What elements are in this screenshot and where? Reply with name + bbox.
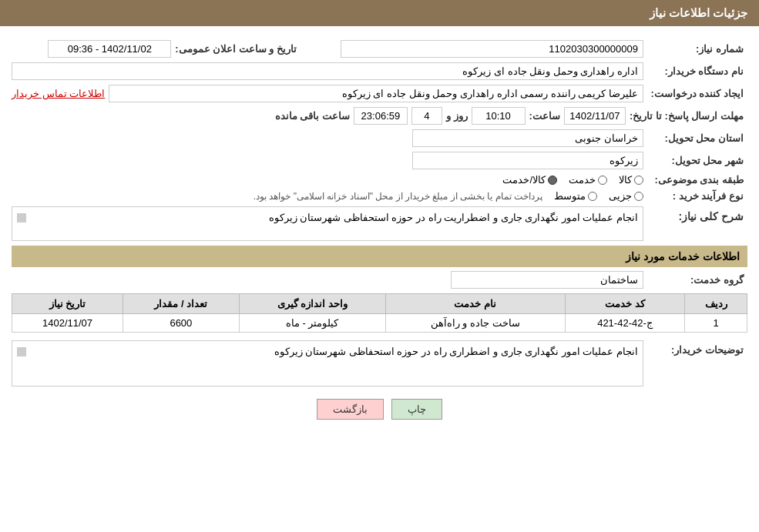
services-title-text: اطلاعات خدمات مورد نیاز xyxy=(626,250,740,263)
resize-handle-notes[interactable] xyxy=(17,347,26,356)
province-value: خراسان جنوبی xyxy=(412,129,643,147)
purchase-type-motavaset[interactable]: متوسط xyxy=(554,190,597,202)
row-group: گروه خدمت: ساختمان xyxy=(12,271,747,289)
purchase-label-jozi: جزیی xyxy=(609,190,632,202)
col-service-name: نام خدمت xyxy=(385,294,565,314)
col-unit: واحد اندازه گیری xyxy=(239,294,385,314)
requester-label: ایجاد کننده درخواست: xyxy=(647,88,747,99)
category-label-kala: کالا xyxy=(619,174,632,186)
cell-service-code: ج-42-42-421 xyxy=(565,314,685,333)
remaining-time: 23:06:59 xyxy=(354,107,408,125)
contact-link[interactable]: اطلاعات تماس خریدار xyxy=(12,88,105,99)
cell-service-name: ساخت جاده و راه‌آهن xyxy=(385,314,565,333)
row-send-date: مهلت ارسال پاسخ: تا تاریخ: 1402/11/07 سا… xyxy=(12,107,747,125)
requester-value: علیرضا کریمی راننده رسمی اداره راهداری و… xyxy=(109,85,643,102)
back-button[interactable]: بازگشت xyxy=(317,399,384,420)
buyer-notes-box: انجام عملیات امور نگهداری جاری و اضطراری… xyxy=(12,340,643,386)
org-name-label: نام دستگاه خریدار: xyxy=(647,65,747,77)
col-rownum: ردیف xyxy=(685,294,747,314)
purchase-radio-motavaset xyxy=(588,192,597,201)
services-table: ردیف کد خدمت نام خدمت واحد اندازه گیری ت… xyxy=(12,293,747,333)
category-label-kala-khedmat: کالا/خدمت xyxy=(502,174,546,186)
cell-quantity: 6600 xyxy=(123,314,240,333)
neeaz-number-value: 1102030300000009 xyxy=(341,40,643,58)
announce-date-label: تاریخ و ساعت اعلان عمومی: xyxy=(175,43,297,55)
purchase-type-radio-group: جزیی متوسط xyxy=(554,190,643,202)
remaining-label: ساعت باقی مانده xyxy=(275,110,350,122)
services-table-section: ردیف کد خدمت نام خدمت واحد اندازه گیری ت… xyxy=(12,293,747,333)
col-service-code: کد خدمت xyxy=(565,294,685,314)
province-label: استان محل تحویل: xyxy=(647,132,747,144)
description-value: انجام عملیات امور نگهداری جاری و اضطراری… xyxy=(269,212,638,223)
page-header: جزئیات اطلاعات نیاز xyxy=(0,0,759,26)
category-radio-group: کالا خدمت کالا/خدمت xyxy=(502,174,643,186)
city-value: زیرکوه xyxy=(412,152,643,169)
row-requester: ایجاد کننده درخواست: علیرضا کریمی راننده… xyxy=(12,85,747,102)
category-radio-khedmat xyxy=(598,176,607,185)
purchase-type-jozi[interactable]: جزیی xyxy=(609,190,643,202)
send-time-value: 10:10 xyxy=(472,107,526,125)
buyer-notes-label: توضیحات خریدار: xyxy=(647,340,747,356)
days-value: 4 xyxy=(411,107,442,125)
category-radio-kala xyxy=(634,176,643,185)
description-label: شرح کلی نیاز: xyxy=(647,206,747,223)
announce-date-value: 1402/11/02 - 09:36 xyxy=(48,40,171,58)
row-purchase-type: نوع فرآیند خرید : جزیی متوسط پرداخت تمام… xyxy=(12,190,747,202)
category-label-khedmat: خدمت xyxy=(569,174,596,186)
category-option-kala-khedmat[interactable]: کالا/خدمت xyxy=(502,174,557,186)
table-row: 1 ج-42-42-421 ساخت جاده و راه‌آهن کیلومت… xyxy=(12,314,747,333)
send-date-label: مهلت ارسال پاسخ: تا تاریخ: xyxy=(630,110,747,122)
cell-rownum: 1 xyxy=(685,314,747,333)
org-name-value: اداره راهداری وحمل ونقل جاده ای زیرکوه xyxy=(12,62,643,80)
purchase-label-motavaset: متوسط xyxy=(554,190,586,202)
resize-handle-description[interactable] xyxy=(17,213,26,223)
col-date: تاریخ نیاز xyxy=(12,294,123,314)
description-box: انجام عملیات امور نگهداری جاری و اضطراری… xyxy=(12,206,643,241)
row-org: نام دستگاه خریدار: اداره راهداری وحمل ون… xyxy=(12,62,747,80)
row-city: شهر محل تحویل: زیرکوه xyxy=(12,152,747,169)
services-section-title: اطلاعات خدمات مورد نیاز xyxy=(12,246,747,267)
row-description: شرح کلی نیاز: انجام عملیات امور نگهداری … xyxy=(12,206,747,241)
buyer-notes-value: انجام عملیات امور نگهداری جاری و اضطراری… xyxy=(274,346,638,357)
group-label: گروه خدمت: xyxy=(647,274,747,286)
row-province: استان محل تحویل: خراسان جنوبی xyxy=(12,129,747,147)
row-category: طبقه بندی موضوعی: کالا خدمت کالا/خدمت xyxy=(12,174,747,186)
print-button[interactable]: چاپ xyxy=(391,399,442,420)
col-quantity: تعداد / مقدار xyxy=(123,294,240,314)
group-value: ساختمان xyxy=(451,271,643,289)
main-content: شماره نیاز: 1102030300000009 تاریخ و ساع… xyxy=(0,26,759,435)
row-buyer-notes: توضیحات خریدار: انجام عملیات امور نگهدار… xyxy=(12,340,747,386)
neeaz-number-label: شماره نیاز: xyxy=(647,43,747,55)
purchase-type-note: پرداخت تمام یا بخشی از مبلغ خریدار از مح… xyxy=(254,191,542,202)
category-radio-kala-khedmat xyxy=(548,176,557,185)
category-option-kala[interactable]: کالا xyxy=(619,174,643,186)
row-neaz-announce: شماره نیاز: 1102030300000009 تاریخ و ساع… xyxy=(12,40,747,58)
cell-date: 1402/11/07 xyxy=(12,314,123,333)
cell-unit: کیلومتر - ماه xyxy=(239,314,385,333)
page-title: جزئیات اطلاعات نیاز xyxy=(650,6,747,19)
purchase-type-label: نوع فرآیند خرید : xyxy=(647,190,747,202)
category-label: طبقه بندی موضوعی: xyxy=(647,174,747,186)
purchase-radio-jozi xyxy=(634,192,643,201)
days-label: روز و xyxy=(446,110,468,122)
category-option-khedmat[interactable]: خدمت xyxy=(569,174,607,186)
city-label: شهر محل تحویل: xyxy=(647,155,747,166)
send-time-label: ساعت: xyxy=(529,110,560,122)
button-row: چاپ بازگشت xyxy=(12,391,747,427)
send-date-value: 1402/11/07 xyxy=(564,107,626,125)
page-container: جزئیات اطلاعات نیاز شماره نیاز: 11020303… xyxy=(0,0,759,532)
